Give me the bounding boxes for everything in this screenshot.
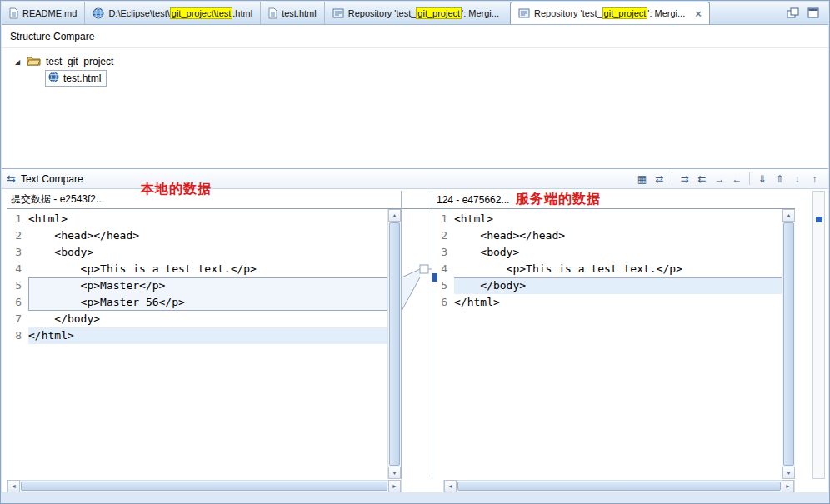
overview-ruler[interactable]	[812, 191, 825, 479]
line-text: </html>	[454, 294, 500, 311]
text-file-icon	[9, 7, 18, 19]
scroll-up-icon[interactable]: ▲	[388, 209, 401, 222]
scroll-left-icon[interactable]: ◄	[8, 480, 20, 492]
line-text: <body>	[28, 244, 93, 261]
code-line: 6</html>	[432, 294, 782, 311]
tab-repository-merge-2-active[interactable]: Repository 'test_git_project': Mergi... …	[510, 2, 710, 24]
line-text: <html>	[454, 211, 493, 227]
line-number: 3	[7, 244, 28, 261]
next-change-button[interactable]: ↓	[788, 171, 806, 187]
copy-change-right-to-left-icon: ←	[732, 173, 742, 185]
restore-view-button[interactable]	[787, 7, 800, 18]
highlighted-text: git_project\test	[170, 7, 233, 19]
toolbar-separator	[749, 172, 750, 185]
text-file-icon	[268, 7, 278, 19]
highlighted-text: git_project	[602, 7, 648, 19]
code-line: 2 <head></head>	[432, 227, 782, 244]
left-horizontal-scrollbar[interactable]: ◄ ►	[7, 480, 402, 492]
code-line: 4 <p>This is a test text.</p>	[432, 261, 782, 277]
right-vertical-scrollbar[interactable]: ▲ ▼	[782, 209, 795, 479]
open-folder-icon	[27, 55, 41, 68]
code-line: 6 <p>Master 56</p>	[7, 294, 388, 311]
tree-item-project[interactable]: ◢ test_git_project	[2, 53, 828, 70]
expand-arrow-icon[interactable]: ◢	[15, 58, 27, 66]
next-difference-icon: ⇓	[758, 173, 766, 185]
tab-test-html-path[interactable]: D:\Eclipse\test\git_project\test.html	[85, 2, 261, 24]
tab-repository-merge-1[interactable]: Repository 'test_git_project': Mergi...	[325, 2, 508, 24]
eclipse-compare-window: README.md D:\Eclipse\test\git_project\te…	[0, 0, 830, 504]
diff-connector-gutter	[402, 191, 432, 479]
scroll-right-icon[interactable]: ►	[388, 480, 401, 492]
scrollbar-thumb[interactable]	[389, 222, 400, 466]
copy-change-left-to-right-icon: →	[715, 173, 725, 185]
tab-readme-md[interactable]: README.md	[2, 2, 85, 24]
left-code-editor[interactable]: 1<html> 2 <head></head> 3 <body> 4 <p>Th…	[7, 209, 388, 479]
copy-change-right-to-left-button[interactable]: ←	[728, 171, 746, 187]
scroll-left-icon[interactable]: ◄	[444, 480, 457, 492]
gap-header	[402, 191, 432, 209]
line-text: </body>	[28, 311, 100, 327]
scrollbar-thumb[interactable]	[458, 482, 781, 491]
right-code-editor[interactable]: 1<html> 2 <head></head> 3 <body> 4 <p>Th…	[432, 209, 782, 479]
scroll-right-icon[interactable]: ►	[782, 480, 794, 492]
line-text: <p>Master</p>	[28, 277, 165, 294]
line-number: 2	[7, 227, 28, 244]
scrollbar-thumb[interactable]	[21, 482, 388, 491]
maximize-view-button[interactable]	[807, 7, 820, 18]
previous-change-icon: ↑	[812, 173, 818, 185]
tab-label: Repository 'test_git_project': Mergi...	[534, 8, 685, 18]
compare-toolbar: ▦ ⇄ ⇉ ⇇ → ← ⇓ ⇑ ↓ ↑	[633, 171, 823, 187]
repository-icon	[332, 8, 344, 18]
diff-overview-marker[interactable]	[816, 217, 822, 222]
code-line: 7 </body>	[7, 311, 388, 327]
text-compare-panel: ⇆ Text Compare ▦ ⇄ ⇉ ⇇ → ← ⇓ ⇑ ↓ ↑ 提交	[2, 168, 828, 492]
scroll-down-icon[interactable]: ▼	[388, 467, 401, 479]
code-line: 5 </body>	[432, 277, 782, 294]
structure-compare-panel: Structure Compare ◢ test_git_project tes…	[2, 25, 828, 168]
next-difference-button[interactable]: ⇓	[753, 171, 771, 187]
left-pane-title: 提交数据 - e2543f2...	[11, 192, 104, 207]
previous-difference-button[interactable]: ⇑	[771, 171, 788, 187]
line-text: <head></head>	[454, 227, 565, 244]
copy-all-right-to-left-button[interactable]: ⇇	[693, 171, 711, 187]
tab-label-pre: Repository 'test_	[348, 8, 417, 18]
scroll-up-icon[interactable]: ▲	[782, 209, 795, 222]
previous-change-button[interactable]: ↑	[806, 171, 823, 187]
line-number: 5	[432, 277, 454, 294]
tab-label-post: ': Mergi...	[648, 8, 685, 18]
line-number: 2	[432, 227, 454, 244]
close-tab-icon[interactable]: ×	[695, 8, 702, 19]
text-compare-header: ⇆ Text Compare ▦ ⇄ ⇉ ⇇ → ← ⇓ ⇑ ↓ ↑	[2, 169, 828, 189]
line-number: 3	[432, 244, 454, 261]
code-line: 1<html>	[432, 211, 782, 227]
line-number: 5	[7, 277, 28, 294]
ancestor-pane-button[interactable]: ▦	[633, 171, 651, 187]
scrollbar-thumb[interactable]	[783, 222, 794, 466]
line-text: <html>	[28, 211, 68, 227]
tree-item-label: test.html	[63, 72, 101, 84]
compare-icon: ⇆	[7, 172, 16, 185]
copy-all-left-to-right-button[interactable]: ⇉	[676, 171, 693, 187]
copy-change-left-to-right-button[interactable]: →	[711, 171, 728, 187]
left-pane-header: 提交数据 - e2543f2...	[7, 191, 401, 209]
left-vertical-scrollbar[interactable]: ▲ ▼	[388, 209, 401, 479]
structure-compare-title: Structure Compare	[2, 25, 828, 48]
tab-label: test.html	[282, 8, 317, 18]
line-number: 1	[7, 211, 28, 227]
line-text: <head></head>	[28, 227, 139, 244]
swap-panes-icon: ⇄	[655, 173, 663, 185]
tree-item-file[interactable]: test.html	[2, 70, 828, 87]
right-pane-title: 124 - e475662...	[437, 194, 509, 206]
code-line: 3 <body>	[7, 244, 388, 261]
tab-label: Repository 'test_git_project': Mergi...	[348, 8, 499, 18]
scroll-down-icon[interactable]: ▼	[782, 467, 795, 479]
repository-icon	[518, 8, 530, 18]
editor-tab-bar: README.md D:\Eclipse\test\git_project\te…	[2, 2, 828, 25]
swap-panes-button[interactable]: ⇄	[651, 171, 668, 187]
code-line: 1<html>	[7, 211, 388, 227]
right-compare-pane: 124 - e475662... 1<html> 2 <head></head>…	[432, 191, 795, 479]
right-horizontal-scrollbar[interactable]: ◄ ►	[443, 480, 795, 492]
tab-label: README.md	[22, 8, 77, 18]
line-number: 8	[7, 327, 28, 344]
tab-test-html[interactable]: test.html	[261, 2, 325, 24]
